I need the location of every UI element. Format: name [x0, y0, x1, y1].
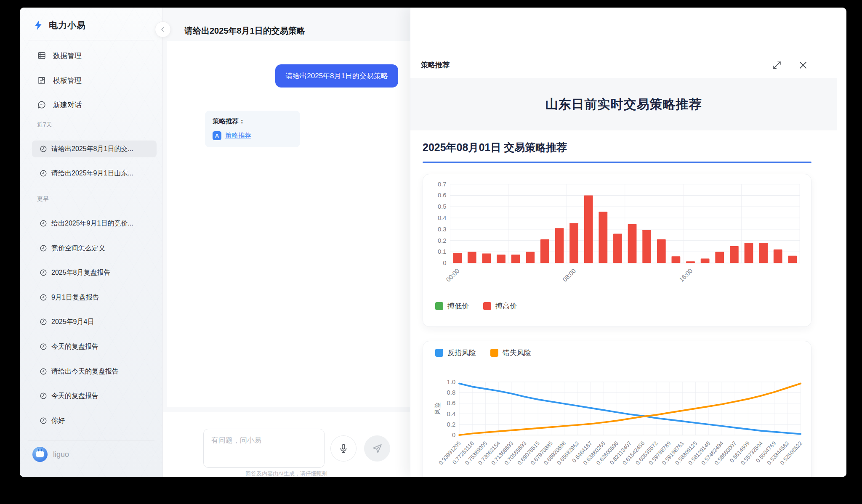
history-item[interactable]: 你好 [32, 412, 157, 429]
history-item[interactable]: 请给出2025年9月1日山东... [32, 165, 157, 182]
history-item-label: 你好 [51, 416, 65, 425]
close-button[interactable] [797, 59, 809, 71]
hourly-strategy-bar-chart: 00.10.20.30.40.50.60.700:0008:0016:00 [430, 177, 804, 295]
svg-text:0.3: 0.3 [438, 226, 447, 233]
legend-swatch-red [483, 302, 491, 310]
risk-curve-chart-card: 反指风险 错失风险 00.20.40.60.81.0风险0.939912050.… [423, 341, 811, 477]
divider [28, 40, 154, 40]
svg-text:16:00: 16:00 [678, 267, 694, 283]
strategy-drawer: 策略推荐 山东日前实时交易策略推荐 2025年08月01日 交易策略推荐 00.… [410, 8, 846, 477]
history-item[interactable]: 2025年8月复盘报告 [32, 264, 157, 281]
line-chart-legend: 反指风险 错失风险 [435, 348, 804, 358]
svg-text:00:00: 00:00 [445, 267, 460, 283]
sidebar-item-label: 新建对话 [53, 100, 82, 110]
legend-label: 错失风险 [503, 348, 531, 358]
legend-item-high-price: 搏高价 [483, 301, 517, 311]
legend-label: 反指风险 [447, 348, 476, 358]
sidebar-item-new-chat[interactable]: 新建对话 [29, 95, 155, 114]
question-input[interactable] [203, 429, 325, 468]
history-item[interactable]: 今天的复盘报告 [32, 338, 157, 355]
history-item-label: 请给出今天的复盘报告 [51, 367, 119, 376]
clock-icon [40, 294, 47, 301]
app-title: 电力小易 [49, 19, 86, 31]
history-item-label: 2025年8月复盘报告 [51, 268, 111, 277]
svg-text:1.0: 1.0 [447, 379, 456, 385]
history-item-label: 竞价空间怎么定义 [51, 244, 105, 253]
sidebar-item-template-management[interactable]: 模板管理 [29, 71, 155, 90]
conversation-area: 请给出2025年8月1日的交易策略 策略推荐： A 策略推荐 [167, 41, 410, 407]
clock-icon [40, 392, 47, 400]
divider [28, 440, 154, 441]
clock-icon [40, 318, 47, 326]
legend-item-missed-risk: 错失风险 [490, 348, 531, 358]
svg-text:0.5: 0.5 [438, 203, 447, 210]
sidebar-item-label: 模板管理 [53, 76, 82, 85]
legend-label: 搏高价 [495, 301, 517, 311]
history-item[interactable]: 竞价空间怎么定义 [32, 240, 157, 257]
legend-label: 搏低价 [447, 301, 469, 311]
svg-text:0.4: 0.4 [438, 215, 447, 221]
ai-disclaimer: 回答及内容由AI生成，请仔细甄别 [163, 470, 410, 477]
clock-icon [40, 145, 47, 153]
user-message-bubble: 请给出2025年8月1日的交易策略 [275, 64, 398, 88]
legend-swatch-green [435, 302, 443, 310]
history-item-label: 请给出2025年9月1日山东... [51, 169, 133, 178]
lightning-icon [33, 20, 44, 31]
bar-chart-legend: 搏低价 搏高价 [435, 301, 804, 311]
mic-button[interactable] [330, 435, 357, 462]
history-item-label: 给出2025年9月1日的竞价... [51, 219, 133, 228]
history-item[interactable]: 9月1日复盘报告 [32, 289, 157, 306]
legend-item-counter-risk: 反指风险 [435, 348, 476, 358]
clock-icon [40, 417, 47, 424]
clock-icon [40, 269, 47, 276]
history-item[interactable]: 今天的复盘报告 [32, 387, 157, 404]
fullscreen-icon [772, 61, 782, 70]
clock-icon [40, 343, 47, 350]
strategy-link[interactable]: 策略推荐 [225, 131, 251, 140]
conversation-title: 请给出2025年8月1日的交易策略 [184, 25, 305, 37]
svg-text:0.7: 0.7 [438, 181, 447, 188]
svg-text:0: 0 [452, 432, 455, 438]
svg-text:0.2: 0.2 [438, 237, 447, 244]
history-item-label: 9月1日复盘报告 [51, 293, 99, 302]
history-item-label: 今天的复盘报告 [51, 392, 98, 401]
sidebar-collapse-button[interactable] [155, 21, 171, 37]
section-label-earlier: 更早 [37, 195, 49, 203]
history-item-label: 2025年9月4日 [51, 318, 94, 326]
hourly-strategy-chart-card: 00.10.20.30.40.50.60.700:0008:0016:00 搏低… [423, 174, 811, 327]
svg-text:0: 0 [443, 260, 446, 266]
template-file-icon [37, 76, 46, 85]
svg-text:0.2: 0.2 [447, 421, 456, 428]
report-banner: 山东日前实时交易策略推荐 [410, 78, 837, 130]
microphone-icon [338, 443, 349, 454]
legend-item-low-price: 搏低价 [435, 301, 469, 311]
database-icon [37, 51, 46, 60]
section-underline [423, 162, 811, 163]
risk-line-chart: 00.20.40.60.81.0风险0.939912050.772511160.… [430, 377, 804, 477]
clock-icon [40, 220, 47, 227]
svg-text:0.6: 0.6 [438, 192, 447, 199]
chat-input-area: 回答及内容由AI生成，请仔细甄别 [163, 412, 410, 477]
chat-column: 请给出2025年8月1日的交易策略 请给出2025年8月1日的交易策略 策略推荐… [163, 8, 410, 477]
history-item[interactable]: 给出2025年9月1日的竞价... [32, 215, 157, 232]
history-item[interactable]: 2025年9月4日 [32, 313, 157, 330]
app-logo: 电力小易 [33, 19, 86, 31]
clock-icon [40, 368, 47, 375]
assistant-message-bubble: 策略推荐： A 策略推荐 [205, 111, 300, 147]
user-account[interactable]: liguo [32, 447, 69, 462]
legend-swatch-blue [435, 349, 443, 357]
send-button[interactable] [364, 435, 390, 462]
section-label-recent7days: 近7天 [37, 121, 52, 129]
history-item[interactable]: 请给出2025年8月1日的交... [32, 141, 157, 157]
app-window: 电力小易 数据管理 模板管理 新建对话 近7天 请给出2025年8月1日的交. [20, 8, 846, 477]
clock-icon [40, 244, 47, 252]
history-item-label: 今天的复盘报告 [51, 342, 98, 351]
close-icon [798, 61, 808, 70]
divider [32, 189, 151, 189]
expand-button[interactable] [771, 59, 783, 71]
avatar [32, 447, 48, 462]
sidebar-item-data-management[interactable]: 数据管理 [29, 46, 155, 65]
history-item[interactable]: 请给出今天的复盘报告 [32, 363, 157, 380]
attachment-badge-icon: A [213, 131, 221, 140]
report-title: 山东日前实时交易策略推荐 [545, 96, 702, 113]
